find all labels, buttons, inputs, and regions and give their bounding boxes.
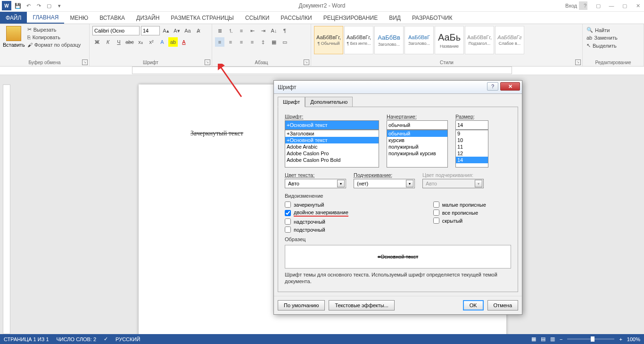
font-size-combo[interactable]: 14 bbox=[141, 26, 160, 35]
italic-button[interactable]: К bbox=[103, 37, 113, 47]
tab-menu[interactable]: Меню bbox=[64, 12, 94, 24]
list-item[interactable]: 10 bbox=[456, 137, 488, 143]
select-button[interactable]: ↖Выделить bbox=[586, 42, 641, 50]
clear-format-icon[interactable]: A̷ bbox=[194, 26, 203, 35]
replace-button[interactable]: abЗаменить bbox=[586, 34, 641, 42]
set-default-button[interactable]: По умолчанию bbox=[278, 300, 325, 310]
page-status[interactable]: СТРАНИЦА 1 ИЗ 1 bbox=[4, 336, 49, 342]
subscript-button[interactable]: x₂ bbox=[136, 37, 145, 47]
inc-indent-icon[interactable]: ⇥ bbox=[258, 26, 268, 35]
cut-button[interactable]: ✂Вырезать bbox=[27, 26, 82, 33]
show-marks-icon[interactable]: ¶ bbox=[280, 26, 289, 35]
zoom-in-button[interactable]: + bbox=[619, 336, 622, 342]
hidden-checkbox[interactable]: скрытый bbox=[433, 218, 486, 224]
strike-checkbox[interactable]: зачеркнутый bbox=[285, 201, 348, 208]
list-item[interactable]: полужирный курсив bbox=[387, 150, 447, 157]
copy-button[interactable]: ⎘Копировать bbox=[27, 34, 82, 41]
font-size-input[interactable] bbox=[455, 120, 488, 130]
style-nospacing[interactable]: АаБбВвГг,¶ Без инте... bbox=[344, 26, 373, 54]
superscript-checkbox[interactable]: надстрочный bbox=[285, 218, 348, 225]
tab-mailings[interactable]: РАССЫЛКИ bbox=[275, 12, 317, 24]
view-print-icon[interactable]: ▦ bbox=[531, 336, 536, 342]
multilevel-icon[interactable]: ≡ bbox=[237, 26, 246, 35]
style-subtle[interactable]: АаБбВвГгСлабое в... bbox=[495, 26, 524, 54]
numbering-icon[interactable]: ⒈ bbox=[226, 26, 235, 35]
ok-button[interactable]: OK bbox=[463, 300, 484, 310]
list-item[interactable]: Adobe Arabic bbox=[285, 143, 379, 150]
dialog-help-button[interactable]: ? bbox=[487, 82, 498, 91]
subscript-checkbox[interactable]: подстрочный bbox=[285, 227, 348, 233]
grow-font-icon[interactable]: A▴ bbox=[161, 26, 171, 35]
paste-button[interactable]: Вставить bbox=[3, 26, 25, 48]
style-heading1[interactable]: АаБбВвЗаголово... bbox=[374, 26, 404, 54]
tab-home[interactable]: ГЛАВНАЯ bbox=[27, 12, 64, 24]
style-normal[interactable]: АаБбВвГг,¶ Обычный bbox=[314, 26, 343, 54]
underline-dropdown[interactable]: (нет)▾ bbox=[354, 179, 415, 188]
size-listbox[interactable]: 9 10 11 12 14 bbox=[455, 130, 488, 168]
qat-dropdown-icon[interactable]: ▾ bbox=[55, 1, 64, 10]
shading-icon[interactable]: ▦ bbox=[269, 37, 279, 47]
shrink-font-icon[interactable]: A▾ bbox=[172, 26, 182, 35]
tab-insert[interactable]: ВСТАВКА bbox=[94, 12, 131, 24]
change-case-icon[interactable]: Aa bbox=[183, 26, 192, 35]
language-status[interactable]: РУССКИЙ bbox=[116, 336, 140, 342]
tab-developer[interactable]: РАЗРАБОТЧИК bbox=[406, 12, 458, 24]
maximize-icon[interactable]: ▢ bbox=[619, 1, 631, 10]
sort-icon[interactable]: A↓ bbox=[269, 26, 279, 35]
tab-view[interactable]: ВИД bbox=[383, 12, 406, 24]
tab-design[interactable]: ДИЗАЙН bbox=[131, 12, 165, 24]
align-center-icon[interactable]: ≡ bbox=[226, 37, 235, 47]
styles-launcher[interactable]: ↘ bbox=[575, 59, 581, 65]
font-listbox[interactable]: +Заголовки +Основной текст Adobe Arabic … bbox=[285, 130, 379, 168]
new-doc-icon[interactable]: ▢ bbox=[44, 1, 54, 10]
cancel-button[interactable]: Отмена bbox=[487, 300, 518, 310]
tab-review[interactable]: РЕЦЕНЗИРОВАНИЕ bbox=[318, 12, 383, 24]
zoom-level[interactable]: 100% bbox=[627, 336, 640, 342]
list-item[interactable]: обычный bbox=[387, 130, 447, 137]
help-icon[interactable]: ? bbox=[579, 1, 591, 10]
list-item[interactable]: полужирный bbox=[387, 143, 447, 150]
font-color-icon[interactable]: A bbox=[179, 37, 189, 47]
redo-icon[interactable]: ↷ bbox=[34, 1, 43, 10]
find-button[interactable]: 🔍Найти bbox=[586, 26, 641, 34]
style-title[interactable]: АаБьНазвание bbox=[435, 26, 464, 54]
list-item[interactable]: Adobe Caslon Pro bbox=[285, 150, 379, 157]
paragraph-launcher[interactable]: ↘ bbox=[304, 59, 309, 65]
style-subtitle[interactable]: АаБбВвГг,Подзагол... bbox=[465, 26, 494, 54]
list-item[interactable]: 9 bbox=[456, 130, 488, 137]
superscript-button[interactable]: x² bbox=[147, 37, 156, 47]
list-item[interactable]: 11 bbox=[456, 143, 488, 150]
font-launcher[interactable]: ↘ bbox=[205, 59, 210, 65]
document-text[interactable]: Зачеркнутый текст bbox=[190, 130, 243, 137]
text-effects-icon[interactable]: A bbox=[157, 37, 167, 47]
allcaps-checkbox[interactable]: все прописные bbox=[433, 210, 486, 216]
tab-layout[interactable]: РАЗМЕТКА СТРАНИЦЫ bbox=[165, 12, 239, 24]
dialog-close-button[interactable]: ✕ bbox=[500, 82, 520, 91]
font-color-dropdown[interactable]: Авто▾ bbox=[285, 179, 346, 188]
ribbon-options-icon[interactable]: ▢ bbox=[592, 1, 604, 10]
undo-icon[interactable]: ↶ bbox=[24, 1, 33, 10]
font-style-input[interactable] bbox=[387, 120, 448, 130]
dec-indent-icon[interactable]: ⇤ bbox=[248, 26, 257, 35]
save-icon[interactable]: 💾 bbox=[13, 1, 23, 10]
text-effects-button[interactable]: Текстовые эффекты... bbox=[329, 300, 395, 310]
horizontal-ruler[interactable] bbox=[132, 67, 512, 74]
strike-button[interactable]: abc bbox=[125, 37, 134, 47]
tab-file[interactable]: ФАЙЛ bbox=[0, 12, 27, 24]
style-heading2[interactable]: АаБбВвГЗаголово... bbox=[405, 26, 434, 54]
style-listbox[interactable]: обычный курсив полужирный полужирный кур… bbox=[387, 130, 448, 168]
list-item[interactable]: 14 bbox=[456, 157, 488, 163]
dialog-titlebar[interactable]: Шрифт ? ✕ bbox=[274, 81, 522, 94]
word-count[interactable]: ЧИСЛО СЛОВ: 2 bbox=[57, 336, 97, 342]
format-painter-button[interactable]: 🖌Формат по образцу bbox=[27, 42, 82, 48]
list-item[interactable]: 12 bbox=[456, 150, 488, 157]
highlight-icon[interactable]: ab bbox=[168, 37, 178, 47]
font-name-input[interactable] bbox=[285, 120, 379, 130]
view-read-icon[interactable]: ▤ bbox=[541, 336, 545, 342]
minimize-icon[interactable]: — bbox=[605, 1, 618, 10]
list-item[interactable]: Adobe Caslon Pro Bold bbox=[285, 157, 379, 163]
dialog-tab-advanced[interactable]: Дополнительно bbox=[305, 97, 353, 107]
font-name-combo[interactable]: Calibri (Осно bbox=[92, 26, 140, 35]
tab-references[interactable]: ССЫЛКИ bbox=[239, 12, 275, 24]
clipboard-launcher[interactable]: ↘ bbox=[82, 59, 88, 65]
